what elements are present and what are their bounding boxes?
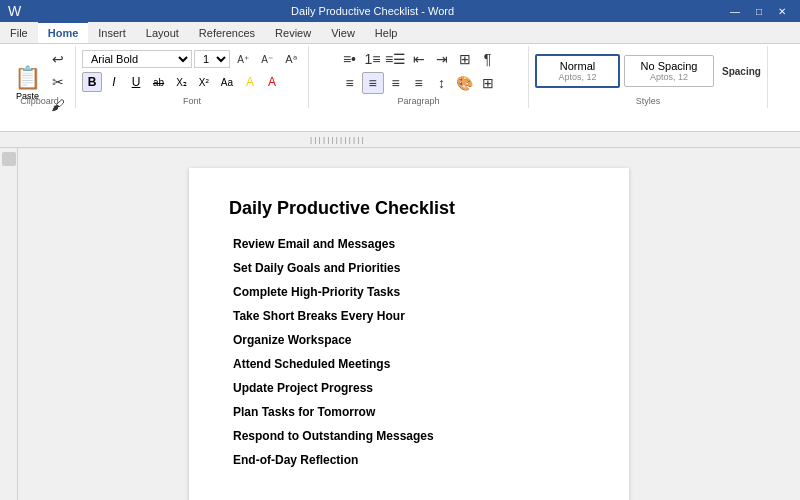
style-no-spacing[interactable]: No Spacing Aptos, 12 [624, 55, 714, 87]
tab-file[interactable]: File [0, 22, 38, 44]
clipboard-label: Clipboard [4, 96, 75, 106]
nav-icon[interactable] [2, 152, 16, 166]
tab-layout[interactable]: Layout [136, 22, 189, 44]
align-center-button[interactable]: ≡ [362, 72, 384, 94]
list-item: Take Short Breaks Every Hour [229, 309, 589, 323]
font-name-select[interactable]: Arial Bold [82, 50, 192, 68]
font-shrink-button[interactable]: A⁻ [256, 48, 278, 70]
style-normal-sub: Aptos, 12 [547, 72, 608, 82]
word-logo: W [8, 3, 21, 19]
close-button[interactable]: ✕ [772, 6, 792, 17]
undo-button[interactable]: ↩ [47, 48, 69, 70]
main-area: Daily Productive Checklist Review Email … [0, 148, 800, 500]
ribbon-tabs: File Home Insert Layout References Revie… [0, 22, 800, 44]
font-size-select[interactable]: 12 [194, 50, 230, 68]
list-item: Update Project Progress [229, 381, 589, 395]
tab-references[interactable]: References [189, 22, 265, 44]
list-item: Complete High-Priority Tasks [229, 285, 589, 299]
decrease-indent-button[interactable]: ⇤ [408, 48, 430, 70]
style-normal[interactable]: Normal Aptos, 12 [535, 54, 620, 88]
ribbon-group-styles: Normal Aptos, 12 No Spacing Aptos, 12 Sp… [529, 46, 768, 108]
list-item: Review Email and Messages [229, 237, 589, 251]
font-label: Font [76, 96, 308, 106]
sort-button[interactable]: ⊞ [454, 48, 476, 70]
ribbon-group-clipboard: 📋 Paste ↩ ✂ 🖌 Clipboard [4, 46, 76, 108]
window-controls: — □ ✕ [724, 6, 792, 17]
list-item: End-of-Day Reflection [229, 453, 589, 467]
style-no-spacing-sub: Aptos, 12 [635, 72, 703, 82]
style-no-spacing-name: No Spacing [635, 60, 703, 72]
font-row2: B I U ab X₂ X² Aa A A [82, 72, 302, 92]
bullet-list-button[interactable]: ≡• [339, 48, 361, 70]
paste-icon: 📋 [14, 65, 41, 91]
ribbon-group-font: Arial Bold 12 A⁺ A⁻ Aᵃ B I U ab X₂ X² [76, 46, 309, 108]
numbered-list-button[interactable]: 1≡ [362, 48, 384, 70]
document: Daily Productive Checklist Review Email … [189, 168, 629, 500]
title-bar: W Daily Productive Checklist - Word — □ … [0, 0, 800, 22]
borders-button[interactable]: ⊞ [477, 72, 499, 94]
para-row1: ≡• 1≡ ≡☰ ⇤ ⇥ ⊞ ¶ [339, 48, 499, 70]
case-button[interactable]: Aa [216, 72, 238, 92]
ruler: | | | | | | | | | | | | | [0, 132, 800, 148]
ribbon-group-paragraph: ≡• 1≡ ≡☰ ⇤ ⇥ ⊞ ¶ ≡ ≡ ≡ ≡ ↕ 🎨 ⊞ [309, 46, 529, 108]
ruler-marks: | | | | | | | | | | | | | [310, 135, 364, 144]
ribbon: 📋 Paste ↩ ✂ 🖌 Clipboard Arial Bold [0, 44, 800, 132]
paste-button[interactable]: 📋 Paste [10, 63, 45, 115]
doc-area: Daily Productive Checklist Review Email … [18, 148, 800, 500]
title-filename: Daily Productive Checklist - Word [291, 5, 454, 17]
tab-help[interactable]: Help [365, 22, 408, 44]
left-panel [0, 148, 18, 500]
multilevel-list-button[interactable]: ≡☰ [385, 48, 407, 70]
maximize-button[interactable]: □ [750, 6, 768, 17]
superscript-button[interactable]: X² [194, 72, 214, 92]
bold-button[interactable]: B [82, 72, 102, 92]
list-item: Respond to Outstanding Messages [229, 429, 589, 443]
tab-home[interactable]: Home [38, 21, 89, 43]
font-grow-button[interactable]: A⁺ [232, 48, 254, 70]
tab-review[interactable]: Review [265, 22, 321, 44]
spacing-area: Spacing [718, 66, 761, 77]
font-format-button[interactable]: Aᵃ [280, 48, 302, 70]
title-bar-left: W [8, 3, 21, 19]
list-item: Organize Workspace [229, 333, 589, 347]
italic-button[interactable]: I [104, 72, 124, 92]
shading-button[interactable]: 🎨 [454, 72, 476, 94]
show-formatting-button[interactable]: ¶ [477, 48, 499, 70]
list-item: Set Daily Goals and Priorities [229, 261, 589, 275]
paragraph-label: Paragraph [309, 96, 528, 106]
style-normal-name: Normal [547, 60, 608, 72]
ribbon-content: 📋 Paste ↩ ✂ 🖌 Clipboard Arial Bold [0, 44, 800, 110]
align-right-button[interactable]: ≡ [385, 72, 407, 94]
cut-button[interactable]: ✂ [47, 71, 69, 93]
tab-insert[interactable]: Insert [88, 22, 136, 44]
tab-view[interactable]: View [321, 22, 365, 44]
subscript-button[interactable]: X₂ [171, 72, 192, 92]
para-row2: ≡ ≡ ≡ ≡ ↕ 🎨 ⊞ [339, 72, 499, 94]
highlight-button[interactable]: A [240, 72, 260, 92]
align-left-button[interactable]: ≡ [339, 72, 361, 94]
font-color-button[interactable]: A [262, 72, 282, 92]
justify-button[interactable]: ≡ [408, 72, 430, 94]
font-row1: Arial Bold 12 A⁺ A⁻ Aᵃ [82, 48, 302, 70]
spacing-label: Spacing [722, 66, 761, 77]
strikethrough-button[interactable]: ab [148, 72, 169, 92]
clipboard-small-buttons: ↩ ✂ 🖌 [47, 48, 69, 130]
document-title: Daily Productive Checklist [229, 198, 589, 219]
line-spacing-button[interactable]: ↕ [431, 72, 453, 94]
increase-indent-button[interactable]: ⇥ [431, 48, 453, 70]
list-item: Attend Scheduled Meetings [229, 357, 589, 371]
clipboard-main: 📋 Paste ↩ ✂ 🖌 [10, 48, 69, 130]
minimize-button[interactable]: — [724, 6, 746, 17]
underline-button[interactable]: U [126, 72, 146, 92]
styles-label: Styles [529, 96, 767, 106]
title-bar-tabs: Daily Productive Checklist - Word [291, 5, 454, 17]
list-item: Plan Tasks for Tomorrow [229, 405, 589, 419]
